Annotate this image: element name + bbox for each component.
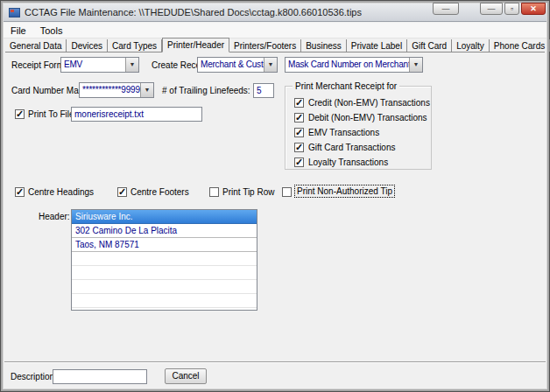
description-label: Description: — [11, 372, 57, 382]
list-item-empty[interactable] — [72, 266, 257, 280]
centre-footers-checkbox[interactable] — [117, 187, 127, 197]
caption-buttons: — — ▫ ✕ — [431, 3, 546, 17]
tab-strip: General Data Devices Card Types Printer/… — [5, 38, 545, 52]
receipt-format-combo[interactable]: EMV — [60, 57, 139, 73]
card-number-mask-value: ************9999 — [80, 83, 140, 97]
list-item[interactable]: Siriusware Inc. — [72, 210, 257, 224]
tab-private-label[interactable]: Private Label — [347, 39, 407, 52]
list-item-empty[interactable] — [72, 252, 257, 266]
debit-nonemv-label: Debit (Non-EMV) Transactions — [308, 113, 427, 122]
centre-footers-label: Centre Footers — [130, 187, 189, 197]
emv-transactions-checkbox[interactable] — [294, 128, 304, 137]
print-to-file-input[interactable] — [71, 107, 202, 122]
list-item[interactable]: 302 Camino De La Placita — [72, 224, 257, 238]
print-to-file-checkbox[interactable] — [15, 109, 25, 119]
credit-nonemv-checkbox[interactable] — [294, 98, 304, 108]
chevron-down-icon[interactable] — [264, 58, 277, 72]
card-number-mask-combo[interactable]: ************9999 — [79, 82, 154, 98]
maximize-button[interactable]: ▫ — [504, 3, 519, 15]
create-receipt-combo[interactable]: Merchant & Customer — [197, 57, 278, 73]
chevron-down-icon[interactable] — [409, 58, 422, 72]
window-title: CCTAG File Maintenance: \\THEDUDE\Shared… — [25, 7, 362, 18]
tab-gift-card[interactable]: Gift Card — [407, 39, 452, 52]
minimize-button[interactable]: — — [480, 3, 503, 15]
emv-transactions-label: EMV Transactions — [308, 128, 379, 137]
credit-nonemv-label: Credit (Non-EMV) Transactions — [308, 98, 430, 108]
tab-loyalty[interactable]: Loyalty — [452, 39, 490, 52]
merchant-receipt-group-title: Print Merchant Receipt for — [293, 81, 399, 91]
receipt-format-value: EMV — [61, 58, 125, 72]
menu-bar: File Tools — [4, 23, 546, 38]
tab-card-types[interactable]: Card Types — [108, 39, 162, 52]
tab-business[interactable]: Business — [301, 39, 347, 52]
header-listbox[interactable]: Siriusware Inc. 302 Camino De La Placita… — [71, 209, 257, 311]
centre-headings-label: Centre Headings — [28, 187, 94, 197]
list-item[interactable]: Taos, NM 87571 — [72, 238, 257, 252]
mask-card-value: Mask Card Number on Merchant Copy — [286, 58, 409, 72]
list-item-empty[interactable] — [72, 280, 257, 294]
mask-card-combo[interactable]: Mask Card Number on Merchant Copy — [285, 57, 423, 73]
bottom-bar: Description: Cancel — [4, 363, 546, 390]
cctag-file-maintenance-window: CCTAG File Maintenance: \\THEDUDE\Shared… — [0, 0, 550, 392]
trailing-linefeeds-label: # of Trailing Linefeeds: — [162, 86, 250, 95]
debit-nonemv-checkbox[interactable] — [294, 113, 304, 122]
menu-file[interactable]: File — [4, 24, 33, 38]
app-icon — [9, 8, 20, 18]
list-item-empty[interactable] — [72, 294, 257, 308]
extra-caption-button[interactable]: — — [433, 3, 459, 15]
print-non-authorized-tip-label: Print Non-Authorized Tip — [295, 186, 394, 197]
menu-tools[interactable]: Tools — [33, 24, 70, 38]
chevron-down-icon[interactable] — [140, 83, 153, 97]
tab-devices[interactable]: Devices — [67, 39, 108, 52]
chevron-down-icon[interactable] — [125, 58, 138, 72]
cancel-button[interactable]: Cancel — [165, 368, 207, 384]
gift-card-transactions-label: Gift Card Transactions — [308, 143, 395, 152]
printer-header-panel: Receipt Format: EMV Create Receipt: Merc… — [4, 52, 546, 360]
gift-card-transactions-checkbox[interactable] — [294, 143, 304, 152]
create-receipt-value: Merchant & Customer — [198, 58, 264, 72]
print-tip-row-checkbox[interactable] — [209, 187, 219, 197]
header-label: Header: — [39, 212, 70, 221]
loyalty-transactions-label: Loyalty Transactions — [308, 158, 388, 167]
description-input[interactable] — [53, 369, 147, 384]
tab-printers-footers[interactable]: Printers/Footers — [229, 39, 301, 52]
loyalty-transactions-checkbox[interactable] — [294, 158, 304, 167]
close-button[interactable]: ✕ — [521, 3, 546, 15]
print-tip-row-label: Print Tip Row — [222, 187, 274, 197]
tab-printer-header[interactable]: Printer/Header — [162, 38, 229, 52]
print-to-file-label: Print To File — [28, 109, 74, 119]
centre-headings-checkbox[interactable] — [15, 187, 25, 197]
tab-phone-cards[interactable]: Phone Cards — [490, 39, 550, 52]
trailing-linefeeds-input[interactable] — [253, 83, 274, 98]
print-non-authorized-tip-checkbox[interactable] — [282, 187, 292, 197]
tab-general-data[interactable]: General Data — [5, 39, 67, 52]
